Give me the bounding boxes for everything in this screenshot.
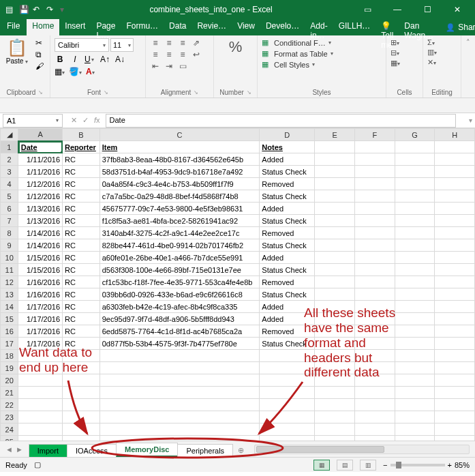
row-header[interactable]: 7 <box>1 215 18 227</box>
qat-dropdown-icon[interactable]: ▾ <box>60 5 70 14</box>
cell[interactable] <box>315 141 355 153</box>
cell[interactable] <box>395 362 435 374</box>
cell[interactable]: 1/11/2016 <box>18 153 63 166</box>
cell[interactable] <box>63 374 100 387</box>
dialog-launcher-icon[interactable]: ↘ <box>104 89 108 95</box>
cell[interactable] <box>354 203 395 215</box>
row-header[interactable]: 2 <box>1 153 18 166</box>
cell[interactable] <box>315 203 355 215</box>
cell[interactable] <box>435 387 475 399</box>
cell[interactable] <box>435 153 475 166</box>
cell[interactable] <box>354 153 395 166</box>
row-header[interactable]: 4 <box>1 178 18 190</box>
cell[interactable] <box>435 141 475 153</box>
tab-insert[interactable]: Insert <box>59 19 91 35</box>
cell[interactable] <box>435 423 475 436</box>
align-right-icon[interactable]: ≡ <box>177 50 188 59</box>
tell-me[interactable]: 💡 Tell me <box>376 19 399 35</box>
cell[interactable] <box>315 190 355 203</box>
cell[interactable] <box>18 399 63 411</box>
cell[interactable]: RC <box>63 203 100 215</box>
tab-home[interactable]: Home <box>27 19 59 35</box>
zoom-level[interactable]: 85% <box>455 461 470 469</box>
cell[interactable] <box>18 387 63 399</box>
tab-data[interactable]: Data <box>164 19 191 35</box>
tab-file[interactable]: File <box>0 19 27 35</box>
align-top-icon[interactable]: ≡ <box>150 38 161 48</box>
cell[interactable] <box>260 387 315 399</box>
row-header[interactable]: 16 <box>1 325 18 338</box>
cell[interactable] <box>18 362 63 374</box>
cell[interactable] <box>435 264 475 276</box>
save-icon[interactable]: 💾 <box>19 5 29 14</box>
cell[interactable]: f1c8f5a3-ae81-4bfa-bce2-58261941ac92 <box>99 215 260 227</box>
cell[interactable] <box>260 436 315 441</box>
cell[interactable] <box>315 374 355 387</box>
autosum-icon[interactable]: Σ▾ <box>427 38 457 46</box>
zoom-in-button[interactable]: + <box>448 461 452 469</box>
cell[interactable] <box>315 325 355 338</box>
cell[interactable]: Reporter <box>63 141 100 153</box>
row-header[interactable]: 3 <box>1 166 18 178</box>
new-sheet-button[interactable]: ⊕ <box>232 444 249 457</box>
row-header[interactable]: 19 <box>1 362 18 374</box>
view-normal-button[interactable]: ▦ <box>313 460 330 471</box>
cell[interactable] <box>315 362 355 374</box>
cell[interactable]: c7a7a5bc-0a29-48d8-8bef-f4d5868f74b8 <box>99 190 260 203</box>
cell[interactable]: RC <box>63 301 100 313</box>
cell[interactable]: 1/17/2016 <box>18 313 63 325</box>
cell[interactable] <box>99 362 260 374</box>
cell[interactable] <box>99 399 260 411</box>
zoom-out-button[interactable]: − <box>383 461 387 469</box>
cell[interactable] <box>260 350 315 362</box>
align-left-icon[interactable]: ≡ <box>150 50 161 59</box>
cell[interactable] <box>99 423 260 436</box>
cell[interactable]: RC <box>63 190 100 203</box>
cell[interactable]: Added <box>260 153 315 166</box>
cell[interactable] <box>435 411 475 423</box>
cell[interactable] <box>354 436 395 441</box>
cell[interactable]: 3140ab4f-3275-4c2f-a9c1-44e2ee2ce17c <box>99 227 260 239</box>
cell[interactable] <box>395 423 435 436</box>
cell[interactable] <box>260 399 315 411</box>
cell[interactable] <box>395 239 435 252</box>
cell[interactable] <box>435 313 475 325</box>
tab-view[interactable]: View <box>232 19 260 35</box>
row-header[interactable]: 23 <box>1 411 18 423</box>
cell[interactable] <box>354 411 395 423</box>
conditional-formatting-button[interactable]: ▦Conditional F… ▾ <box>262 38 382 47</box>
cell[interactable] <box>395 288 435 301</box>
cell[interactable] <box>18 436 63 441</box>
cell[interactable] <box>354 374 395 387</box>
row-header[interactable]: 5 <box>1 190 18 203</box>
cell[interactable]: Status Check <box>260 166 315 178</box>
cell[interactable] <box>315 239 355 252</box>
cell[interactable] <box>395 325 435 338</box>
sheet-tab-import[interactable]: Import <box>29 444 67 457</box>
cell[interactable]: 0a4a85f4-c9c3-4e4c-b753-4b509ff1f7f9 <box>99 178 260 190</box>
cell[interactable] <box>63 399 100 411</box>
cell[interactable] <box>395 141 435 153</box>
cell[interactable]: RC <box>63 338 100 350</box>
wrap-text-icon[interactable]: ↩ <box>191 50 202 59</box>
merge-icon[interactable]: ▭ <box>177 61 188 71</box>
cell[interactable]: RC <box>63 288 100 301</box>
cell[interactable] <box>354 178 395 190</box>
copy-icon[interactable]: ⧉ <box>35 50 44 59</box>
cell[interactable]: Removed <box>260 325 315 338</box>
worksheet-grid[interactable]: ◢ABCDEFGH1 Date Reporter Item Notes 2 1/… <box>0 128 475 441</box>
name-box[interactable]: A1▾ <box>3 114 63 128</box>
cell[interactable]: 1/17/2016 <box>18 301 63 313</box>
cell[interactable] <box>315 387 355 399</box>
format-cells-icon[interactable]: ▦▾ <box>390 59 418 68</box>
cell[interactable] <box>354 141 395 153</box>
paste-button[interactable]: 📋 Paste ▾ <box>4 38 30 71</box>
delete-cells-icon[interactable]: ⊟▾ <box>390 48 418 57</box>
expand-formula-icon[interactable]: ▾ <box>465 117 475 124</box>
cell[interactable]: Item <box>99 141 260 153</box>
row-header[interactable]: 15 <box>1 313 18 325</box>
cell[interactable] <box>354 350 395 362</box>
font-size-select[interactable]: 11▾ <box>110 38 134 52</box>
cell[interactable] <box>63 350 100 362</box>
cell[interactable]: Status Check <box>260 239 315 252</box>
